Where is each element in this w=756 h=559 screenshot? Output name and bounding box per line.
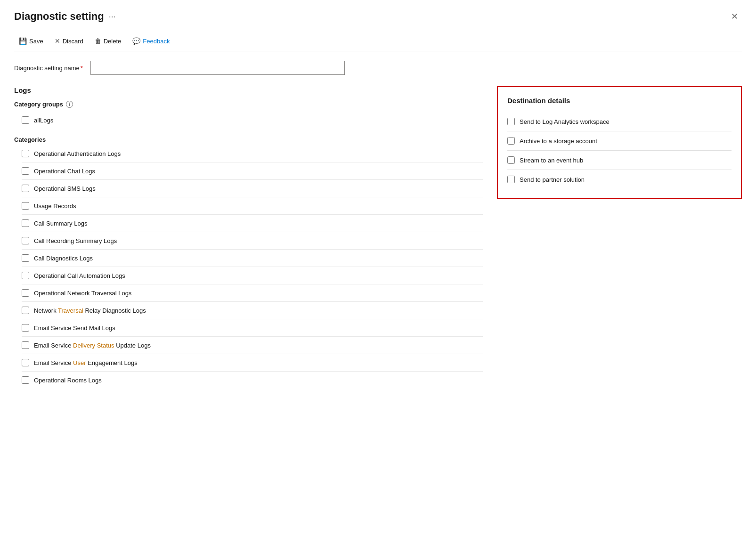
- category-row: Operational SMS Logs: [22, 180, 483, 197]
- category-checkbox[interactable]: [22, 324, 29, 332]
- category-label[interactable]: Operational Authentication Logs: [34, 150, 121, 157]
- category-label[interactable]: Operational Rooms Logs: [34, 377, 102, 384]
- category-label[interactable]: Usage Records: [34, 203, 76, 210]
- destination-panel: Destination details Send to Log Analytic…: [497, 86, 742, 199]
- destination-checkbox[interactable]: [507, 118, 515, 125]
- category-checkbox[interactable]: [22, 254, 29, 262]
- destination-label[interactable]: Stream to an event hub: [520, 157, 583, 164]
- save-button[interactable]: 💾 Save: [14, 35, 48, 47]
- category-groups-list: allLogs: [14, 112, 483, 129]
- diagnostic-name-input[interactable]: [90, 61, 345, 75]
- category-checkbox[interactable]: [22, 219, 29, 227]
- category-groups-info-icon[interactable]: i: [66, 101, 73, 108]
- category-groups-header: Category groups i: [14, 101, 483, 108]
- save-icon: 💾: [19, 37, 27, 45]
- alllogs-checkbox[interactable]: [22, 116, 29, 124]
- title-bar: Diagnostic setting ··· ✕: [14, 9, 742, 24]
- alllogs-row: allLogs: [22, 112, 483, 129]
- discard-label: Discard: [63, 38, 83, 45]
- destination-row: Archive to a storage account: [507, 131, 732, 151]
- category-label[interactable]: Email Service User Engagement Logs: [34, 359, 138, 366]
- page-container: Diagnostic setting ··· ✕ 💾 Save ✕ Discar…: [0, 0, 756, 559]
- category-row: Call Recording Summary Logs: [22, 232, 483, 250]
- categories-section: Categories Operational Authentication Lo…: [14, 136, 483, 389]
- category-label[interactable]: Operational Network Traversal Logs: [34, 290, 131, 297]
- category-row: Email Service Delivery Status Update Log…: [22, 337, 483, 354]
- category-checkbox[interactable]: [22, 272, 29, 279]
- main-content: Logs Category groups i allLogs Categorie…: [14, 86, 742, 389]
- category-label[interactable]: Operational Chat Logs: [34, 168, 95, 175]
- feedback-label: Feedback: [143, 38, 170, 45]
- category-checkbox[interactable]: [22, 359, 29, 366]
- categories-label: Categories: [14, 136, 483, 143]
- close-button[interactable]: ✕: [727, 9, 742, 24]
- logs-section-title: Logs: [14, 86, 483, 94]
- destination-label[interactable]: Send to partner solution: [520, 176, 585, 183]
- discard-icon: ✕: [55, 37, 60, 45]
- feedback-button[interactable]: 💬 Feedback: [128, 35, 174, 47]
- category-checkbox[interactable]: [22, 185, 29, 192]
- category-label[interactable]: Email Service Send Mail Logs: [34, 324, 115, 332]
- category-label[interactable]: Call Summary Logs: [34, 220, 87, 227]
- category-row: Call Summary Logs: [22, 215, 483, 232]
- diagnostic-name-label: Diagnostic setting name*: [14, 65, 83, 72]
- title-area: Diagnostic setting ···: [14, 10, 116, 23]
- category-checkbox[interactable]: [22, 289, 29, 297]
- category-row: Operational Chat Logs: [22, 162, 483, 180]
- destination-row: Send to partner solution: [507, 170, 732, 189]
- page-title: Diagnostic setting: [14, 10, 104, 23]
- category-row: Operational Call Automation Logs: [22, 267, 483, 284]
- category-label[interactable]: Network Traversal Relay Diagnostic Logs: [34, 307, 146, 314]
- destination-list: Send to Log Analytics workspaceArchive t…: [507, 112, 732, 189]
- category-row: Email Service User Engagement Logs: [22, 354, 483, 372]
- destination-row: Send to Log Analytics workspace: [507, 112, 732, 131]
- destination-checkbox[interactable]: [507, 137, 515, 145]
- destination-title: Destination details: [507, 97, 732, 105]
- delete-button[interactable]: 🗑 Delete: [90, 35, 126, 47]
- category-row: Operational Authentication Logs: [22, 145, 483, 162]
- category-row: Email Service Send Mail Logs: [22, 319, 483, 337]
- category-checkbox[interactable]: [22, 167, 29, 175]
- alllogs-label[interactable]: allLogs: [34, 117, 53, 124]
- category-checkbox[interactable]: [22, 150, 29, 157]
- more-options-icon[interactable]: ···: [109, 12, 116, 22]
- category-row: Network Traversal Relay Diagnostic Logs: [22, 302, 483, 319]
- category-row: Call Diagnostics Logs: [22, 250, 483, 267]
- logs-panel: Logs Category groups i allLogs Categorie…: [14, 86, 483, 389]
- destination-label[interactable]: Archive to a storage account: [520, 138, 597, 145]
- category-row: Operational Network Traversal Logs: [22, 284, 483, 302]
- diagnostic-name-row: Diagnostic setting name*: [14, 61, 742, 75]
- category-label[interactable]: Call Recording Summary Logs: [34, 237, 117, 244]
- category-row: Operational Rooms Logs: [22, 372, 483, 389]
- category-checkbox[interactable]: [22, 307, 29, 314]
- categories-list: Operational Authentication LogsOperation…: [14, 145, 483, 389]
- destination-checkbox[interactable]: [507, 176, 515, 183]
- category-groups-label: Category groups: [14, 101, 63, 108]
- category-checkbox[interactable]: [22, 237, 29, 244]
- category-checkbox[interactable]: [22, 341, 29, 349]
- category-label[interactable]: Operational Call Automation Logs: [34, 272, 125, 279]
- feedback-icon: 💬: [132, 37, 140, 45]
- save-label: Save: [29, 38, 43, 45]
- category-label[interactable]: Operational SMS Logs: [34, 185, 96, 192]
- category-checkbox[interactable]: [22, 202, 29, 210]
- toolbar: 💾 Save ✕ Discard 🗑 Delete 💬 Feedback: [14, 31, 742, 51]
- category-label[interactable]: Call Diagnostics Logs: [34, 255, 93, 262]
- destination-row: Stream to an event hub: [507, 151, 732, 170]
- delete-icon: 🗑: [95, 37, 101, 45]
- category-label[interactable]: Email Service Delivery Status Update Log…: [34, 342, 151, 349]
- category-row: Usage Records: [22, 197, 483, 215]
- delete-label: Delete: [104, 38, 122, 45]
- required-marker: *: [81, 65, 83, 72]
- destination-label[interactable]: Send to Log Analytics workspace: [520, 118, 610, 125]
- destination-checkbox[interactable]: [507, 156, 515, 164]
- discard-button[interactable]: ✕ Discard: [50, 35, 88, 47]
- category-checkbox[interactable]: [22, 376, 29, 384]
